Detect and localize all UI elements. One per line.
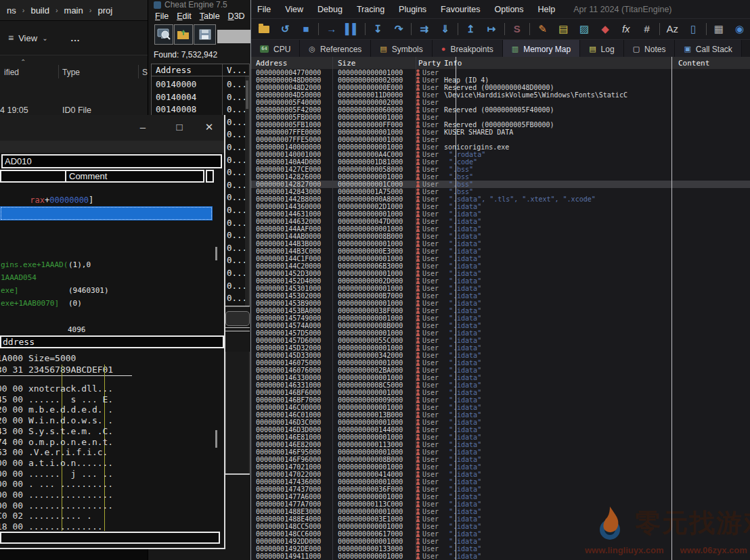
tab-log[interactable]: ▤Log xyxy=(580,40,623,58)
table-row[interactable]: 000000007FFE50000000000000001000User xyxy=(251,136,750,143)
table-row[interactable]: 00000001453B90000000000000001000User".id… xyxy=(251,300,750,307)
table-row[interactable]: 00000001442B800000000000000A8000User".sd… xyxy=(251,195,750,203)
menu-d3d[interactable]: D3D xyxy=(228,11,245,21)
table-row[interactable]: 00000001470210000000000000001000User".id… xyxy=(251,463,750,471)
menu-debug[interactable]: Debug xyxy=(317,5,343,14)
animate-icon[interactable]: S xyxy=(506,20,527,38)
table-row[interactable]: 00000001474360000000000000001000User".id… xyxy=(251,478,750,486)
table-row[interactable]: 000000014436000000000000002D1000User".id… xyxy=(251,203,750,210)
column-modified[interactable]: ified xyxy=(4,68,19,77)
menu-tracing[interactable]: Tracing xyxy=(357,5,384,14)
table-row[interactable]: 00000000048D2000000000000000E000UserRese… xyxy=(251,84,750,91)
menu-table[interactable]: Table xyxy=(200,11,220,21)
more-options-button[interactable]: ... xyxy=(71,33,81,43)
open-table-icon[interactable] xyxy=(174,24,193,45)
open-file-icon[interactable] xyxy=(254,20,275,38)
hex-row[interactable]: 00 00 . ... .......... xyxy=(0,479,113,489)
scrollbar[interactable] xyxy=(245,76,249,306)
table-row[interactable]: 0000000004D5000000000000011D0000User\Dev… xyxy=(251,91,750,99)
memory-scan-icon[interactable] xyxy=(154,24,173,45)
table-row[interactable]: 000000014633100000000000008C5000User".id… xyxy=(251,381,750,389)
column-content[interactable]: Content xyxy=(678,59,709,68)
menu-file[interactable]: File xyxy=(257,5,271,14)
internet-icon[interactable]: ◉ xyxy=(729,20,750,38)
table-row[interactable]: 0000000146E820000000000000113000User".id… xyxy=(251,441,750,448)
table-row[interactable]: 0000000144C1F0000000000000001000User".id… xyxy=(251,255,750,262)
hex-row[interactable]: 43 00 S.y.s.t.e.m. .C. xyxy=(0,426,113,436)
column-info[interactable]: Info xyxy=(444,59,462,68)
hex-row[interactable]: 74 00 o.m.p.o.n.e.n.t. xyxy=(0,437,113,447)
table-row[interactable]: 0000000146D3D0000000000000144000User".id… xyxy=(251,426,750,434)
column-address[interactable]: Address xyxy=(256,59,287,68)
table-row[interactable]: 0000000144632000000000000047D000User".id… xyxy=(251,218,750,225)
run-to-return-icon[interactable]: ↥ xyxy=(460,20,481,38)
table-row[interactable]: 0000000005FB100000000000000FF000UserRese… xyxy=(251,121,750,129)
functions-icon[interactable]: fx xyxy=(615,20,636,38)
tab-memory-map[interactable]: ▥Memory Map xyxy=(503,40,580,58)
table-row[interactable]: 000000014530200000000000000B7000User".id… xyxy=(251,292,750,300)
selected-row-highlight[interactable] xyxy=(0,206,213,220)
hex-row[interactable]: C0 02 .......... . xyxy=(0,511,92,521)
stop-icon[interactable]: ■ xyxy=(296,20,317,38)
table-row[interactable]: 0000000146BF60000000000000001000User".id… xyxy=(251,389,750,396)
menu-favourites[interactable]: Favourites xyxy=(441,5,480,14)
table-row[interactable]: 00000001452D30000000000000001000User".id… xyxy=(251,270,750,277)
table-row[interactable]: 00000000047700000000000000001000User xyxy=(251,69,750,76)
table-row[interactable]: 0000000146BF70000000000000009000User".id… xyxy=(251,396,750,404)
table-row[interactable]: 0000000146E810000000000000001000User".id… xyxy=(251,434,750,441)
table-row[interactable]: 0000000146F950000000000000001000User".id… xyxy=(251,448,750,456)
execute-till-return-icon[interactable]: ↦ xyxy=(481,20,502,38)
hex-row[interactable]: 00 00 xnotcrack.dll... xyxy=(0,383,113,394)
breadcrumb-item-proj[interactable]: proj xyxy=(97,5,112,16)
tab-references[interactable]: ◎References xyxy=(300,40,371,58)
table-row[interactable]: 00000000048D00000000000000002000UserHeap… xyxy=(251,76,750,84)
strings-icon[interactable]: Az xyxy=(662,20,683,38)
table-row[interactable]: 00000001457D50000000000000001000User".id… xyxy=(251,329,750,337)
hex-row[interactable]: 20 00 m.b.e.d.d.e.d. . xyxy=(0,404,113,415)
close-button[interactable]: ✕ xyxy=(199,119,219,135)
table-row[interactable]: 00000001460750000000000000001000User".id… xyxy=(251,359,750,367)
view-button[interactable]: ≡ View ⌄ xyxy=(8,32,48,43)
hex-row[interactable]: 00 00 ...... j ... .. xyxy=(0,469,113,479)
hex-row[interactable]: 45 00 ...... s ... E. xyxy=(0,394,113,404)
table-row[interactable]: 0000000146C01000000000000013B000User".id… xyxy=(251,411,750,419)
address-input[interactable]: AD010 xyxy=(1,154,222,168)
comment-column-header[interactable]: Comment xyxy=(69,171,107,181)
ordinals-icon[interactable]: # xyxy=(636,20,657,38)
hex-row[interactable]: 20 00 W.i.n.d.o.w.s. . xyxy=(0,415,113,425)
table-row[interactable]: 0000000144AAF0000000000000001000User".id… xyxy=(251,225,750,233)
menu-help[interactable]: Help xyxy=(538,5,556,14)
save-table-icon[interactable] xyxy=(194,24,216,45)
table-row[interactable]: 00000001428260000000000000001000User".bs… xyxy=(251,173,750,181)
run-to-user-code-icon[interactable]: ⇉ xyxy=(414,20,435,38)
table-row[interactable]: 00000001427CE0000000000000058000User".bs… xyxy=(251,166,750,173)
restart-icon[interactable]: ↺ xyxy=(275,20,296,38)
step-over-icon[interactable]: ↷ xyxy=(389,20,410,38)
table-row[interactable]: 0000000005F420000000000000060000UserRese… xyxy=(251,106,750,114)
menu-file[interactable]: File xyxy=(155,11,169,21)
minimize-button[interactable]: – xyxy=(133,119,153,135)
hex-row[interactable]: 00 00 ................ xyxy=(0,500,113,511)
tab-breakpoints[interactable]: ●Breakpoints xyxy=(433,40,503,58)
scrollbar-thumb[interactable] xyxy=(246,80,248,109)
tab-call-stack[interactable]: ▣Call Stack xyxy=(675,40,741,58)
step-out-icon[interactable]: ⇓ xyxy=(435,20,456,38)
hex-address-header[interactable]: ddress xyxy=(0,335,224,348)
scrollbar-thumb[interactable] xyxy=(215,247,217,260)
table-row[interactable]: 0000000145D320000000000000001000User".id… xyxy=(251,344,750,352)
table-row[interactable]: 00000001452D4000000000000002D000User".id… xyxy=(251,277,750,285)
table-row[interactable]: 0000000144B3C00000000000000E3000User".id… xyxy=(251,248,750,255)
column-party[interactable]: Party xyxy=(418,59,441,68)
table-row[interactable]: 0000000144B3B0000000000000001000User".id… xyxy=(251,240,750,248)
table-row[interactable]: 00000001470220000000000000414000User".id… xyxy=(251,471,750,478)
table-row[interactable]: 00000001400000000000000000001000Usersoni… xyxy=(251,143,750,151)
table-row[interactable]: 0000000145D330000000000000342000User".id… xyxy=(251,352,750,359)
maximize-button[interactable]: □ xyxy=(169,119,190,135)
breadcrumb-item-ns[interactable]: ns xyxy=(7,5,16,16)
column-address[interactable]: Address xyxy=(156,65,192,75)
table-row[interactable]: 000000014607600000000000002BA000User".id… xyxy=(251,367,750,374)
tab-notes[interactable]: ▢Notes xyxy=(624,40,676,58)
pause-icon[interactable]: ▌▌ xyxy=(342,20,363,38)
step-into-icon[interactable]: ↧ xyxy=(368,20,389,38)
table-row[interactable]: 00000001457490000000000000001000User".id… xyxy=(251,314,750,322)
